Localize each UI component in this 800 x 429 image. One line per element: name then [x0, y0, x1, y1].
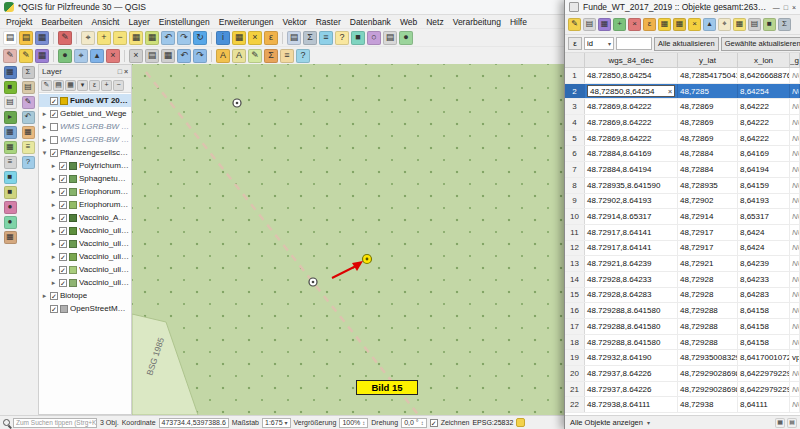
panel-close-icon[interactable]: × [124, 68, 128, 75]
zoom-to-layer-icon[interactable]: ▦ [145, 31, 159, 45]
row-number[interactable]: 8 [565, 178, 585, 193]
column-header-x-lon[interactable]: x_lon [738, 53, 790, 67]
field-calculator-icon[interactable]: Σ [303, 31, 317, 45]
move-feature-icon[interactable]: ⌖ [74, 49, 88, 63]
cell[interactable]: 8,64254 [738, 84, 790, 99]
print-layout-icon[interactable]: ▤ [383, 31, 397, 45]
cell[interactable]: 48,7285 [678, 84, 738, 99]
row-number[interactable]: 4 [565, 115, 585, 130]
cell[interactable]: NULL [790, 382, 800, 397]
layer-item-eriophorum-vaginatum[interactable]: ▸✓Eriophorum_vaginatum... [39, 185, 131, 198]
cell[interactable]: NULL [790, 272, 800, 287]
cell[interactable]: 8,64222 [738, 115, 790, 130]
cell[interactable]: 8,6422979229229 [738, 366, 790, 381]
layer-checkbox[interactable]: ✓ [50, 305, 58, 313]
add-wfs-layer-icon[interactable]: ● [4, 216, 17, 229]
python-console-icon[interactable]: ≡ [280, 49, 294, 63]
table-row-6[interactable]: 648.72884,8.6416948,728848,64169NULL [565, 146, 800, 162]
copy-selection-icon[interactable]: ▤ [748, 18, 761, 31]
messages-icon[interactable] [516, 418, 525, 427]
cell[interactable]: 48.728935,8.641590 [585, 178, 678, 193]
menu-vektor[interactable]: Vektor [283, 17, 307, 27]
cell[interactable]: NULL [790, 319, 800, 334]
expander-icon[interactable]: ▸ [50, 188, 57, 196]
manage-map-themes-icon[interactable]: ▦ [65, 80, 76, 91]
cell[interactable]: 8,6422979229229 [738, 382, 790, 397]
row-number[interactable]: 12 [565, 241, 585, 256]
expander-icon[interactable]: ▸ [41, 110, 48, 118]
vertex-tool-icon[interactable]: ▴ [90, 49, 104, 63]
layer-item-wms-lgrb-bw-bk50-b[interactable]: ▸WMS LGRB-BW BK50: B... [39, 120, 131, 133]
expression-icon[interactable]: ε [568, 37, 582, 50]
menu-projekt[interactable]: Projekt [6, 17, 32, 27]
zoom-to-selection-icon[interactable]: ▦ [733, 18, 746, 31]
multi-edit-icon[interactable]: ▤ [583, 18, 596, 31]
layer-item-polytrichum-commune[interactable]: ▸✓Polytrichum_commune_... [39, 159, 131, 172]
expander-icon[interactable]: ▸ [50, 227, 57, 235]
zoom-last-icon[interactable]: ↶ [161, 31, 175, 45]
measure-line-icon[interactable]: ≡ [319, 31, 333, 45]
row-number[interactable]: 5 [565, 131, 585, 146]
cell[interactable]: 8,64158 [738, 319, 790, 334]
table-row-17[interactable]: 1748.729288,8.64158048,7292888,64158NULL [565, 319, 800, 335]
refresh-map-icon[interactable]: ↻ [193, 31, 207, 45]
cell[interactable]: NULL [790, 335, 800, 350]
data-source-manager-icon[interactable]: ▦ [4, 66, 17, 79]
filter-legend-icon[interactable]: ▾ [77, 80, 88, 91]
layer-checkbox[interactable]: ✓ [59, 240, 67, 248]
cell[interactable]: NULL [790, 397, 800, 412]
layer-labeling-options-icon[interactable]: A [232, 49, 246, 63]
cell[interactable]: 48,72928 [678, 272, 738, 287]
save-edits-icon[interactable]: ▦ [598, 18, 611, 31]
expander-icon[interactable]: ▾ [41, 149, 48, 157]
menu-datenbank[interactable]: Datenbank [350, 17, 391, 27]
paste-features-icon[interactable]: ▦ [161, 49, 175, 63]
new-bookmark-icon[interactable]: ■ [351, 31, 365, 45]
row-number[interactable]: 1 [565, 68, 585, 83]
row-number[interactable]: 19 [565, 350, 585, 365]
deselect-features-icon[interactable]: × [248, 31, 262, 45]
add-vector-layer-icon[interactable]: ▸ [4, 111, 17, 124]
cell[interactable]: NULL [790, 209, 800, 224]
cell[interactable]: 8,64158 [738, 335, 790, 350]
cell[interactable]: 48,7293500832969 [678, 350, 738, 365]
cut-features-icon[interactable]: × [129, 49, 143, 63]
cell[interactable]: 48.72938,8.64111 [585, 397, 678, 412]
open-project-icon[interactable]: ▤ [19, 31, 33, 45]
row-number[interactable]: 13 [565, 256, 585, 271]
new-project-icon[interactable]: ▤ [3, 31, 17, 45]
render-checkbox[interactable]: ✓ [430, 419, 438, 427]
current-edits-icon[interactable]: ✎ [3, 49, 17, 63]
cell[interactable]: 8,6417001072889 [738, 350, 790, 365]
layer-checkbox[interactable]: ✓ [59, 266, 67, 274]
layer-checkbox[interactable]: ✓ [59, 188, 67, 196]
cell[interactable]: NULL [790, 84, 800, 99]
cell[interactable]: 48.72902,8.64193 [585, 194, 678, 209]
expander-icon[interactable]: ▸ [50, 253, 57, 261]
zoom-full-icon[interactable]: ▦ [129, 31, 143, 45]
remove-layer-icon[interactable]: − [113, 80, 124, 91]
add-virtual-layer-icon[interactable]: ▦ [4, 231, 17, 244]
cell[interactable]: 8,64239 [738, 256, 790, 271]
statistical-summary-icon[interactable]: Σ [22, 66, 35, 79]
expander-icon[interactable]: ▸ [50, 175, 57, 183]
table-row-16[interactable]: 1648.729288,8.64158048,7292888,64158NULL [565, 303, 800, 319]
menu-hilfe[interactable]: Hilfe [510, 17, 527, 27]
cell[interactable]: 48.72884,8.64169 [585, 146, 678, 161]
cell[interactable]: 8,64158 [738, 303, 790, 318]
filter-by-expression-icon[interactable]: ε [89, 80, 100, 91]
cell[interactable]: 8,6426668876826 [738, 68, 790, 83]
expander-icon[interactable]: ▸ [50, 201, 57, 209]
scale-combo[interactable]: 1:675 ▾ [262, 418, 291, 428]
field-combo[interactable]: id ▾ [584, 37, 614, 50]
temporal-control-icon[interactable]: ○ [367, 31, 381, 45]
layer-checkbox[interactable]: ✓ [50, 110, 58, 118]
row-number[interactable]: 3 [565, 99, 585, 114]
update-all-button[interactable]: Alle aktualisieren [654, 37, 719, 51]
menu-netz[interactable]: Netz [426, 17, 443, 27]
table-row-18[interactable]: 1848.729288,8.64158048,7292888,64158NULL [565, 335, 800, 351]
cell[interactable]: NULL [790, 178, 800, 193]
invert-selection-icon[interactable]: ▦ [673, 18, 686, 31]
cell[interactable]: NULL [790, 303, 800, 318]
table-row-5[interactable]: 548.72869,8.6422248,728698,64222NULL [565, 131, 800, 147]
